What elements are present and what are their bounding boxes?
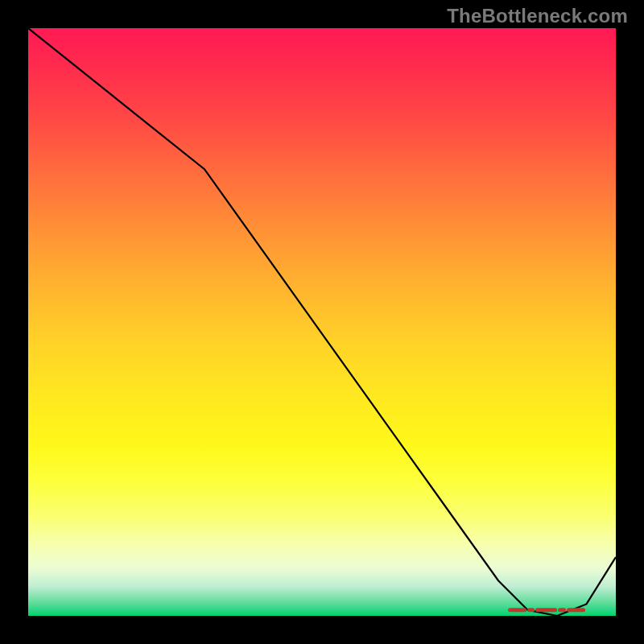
chart-overlay (28, 28, 616, 616)
watermark-text: TheBottleneck.com (447, 5, 628, 27)
bottleneck-curve (28, 28, 616, 616)
chart-stage: TheBottleneck.com (0, 0, 644, 644)
plot-area (28, 28, 616, 616)
